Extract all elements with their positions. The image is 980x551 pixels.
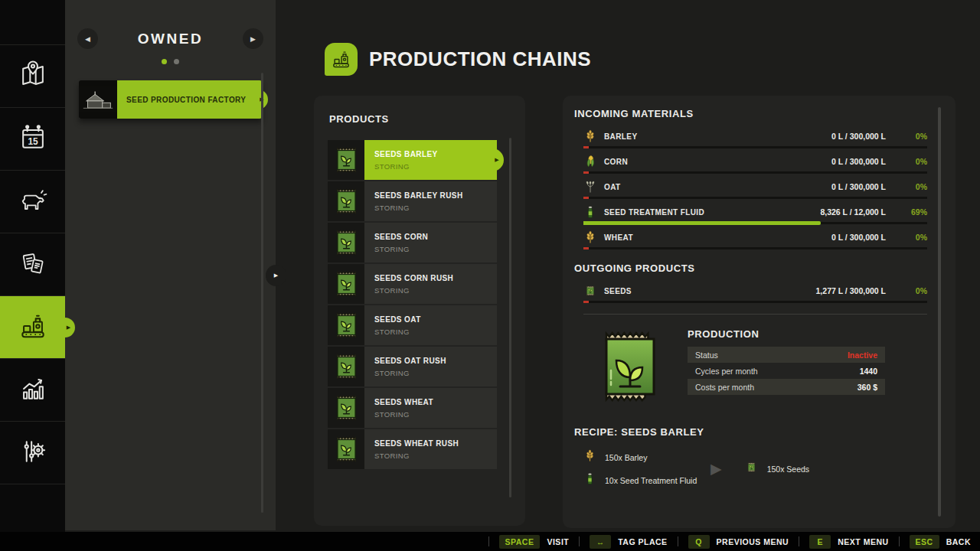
progress-bar xyxy=(583,197,927,199)
production-row-value: Inactive xyxy=(848,350,877,360)
seed-packet-icon xyxy=(328,223,364,262)
product-state: STORING xyxy=(374,245,497,253)
sidebar-item[interactable]: ▶ xyxy=(0,44,65,107)
progress-bar xyxy=(583,222,927,224)
owned-scrollbar[interactable] xyxy=(261,73,263,513)
seed-packet-icon xyxy=(328,347,364,386)
prev-page-button[interactable]: ◀ xyxy=(77,28,98,49)
keybind-label: BACK xyxy=(946,537,971,546)
production-chains-screen: ▶ 15 ▶ ▶ ▶ xyxy=(0,0,980,551)
product-item[interactable]: SEEDS WHEAT STORING ▶ xyxy=(328,388,497,428)
product-list: SEEDS BARLEY STORING ▶ SEEDS BARLEY RUSH… xyxy=(328,140,497,471)
material-row: BARLEY 0 L / 300,000 L 0% xyxy=(574,129,927,148)
keybind-label: VISIT xyxy=(547,537,569,546)
material-name: WHEAT xyxy=(604,233,831,242)
material-row: OAT 0 L / 300,000 L 0% xyxy=(574,179,927,199)
production-row-label: Cycles per month xyxy=(695,367,758,376)
product-item[interactable]: SEEDS CORN RUSH STORING ▶ xyxy=(328,264,497,304)
owned-panel: ◀ OWNED ▶ SEED PRODUCTION FACTORY ▶ xyxy=(65,0,276,530)
keybind[interactable]: ESC BACK xyxy=(889,535,971,549)
material-name: OAT xyxy=(604,183,831,191)
keybind-list: SPACE VISIT ↔ TAG PLACE Q PREVIOUS MENU … xyxy=(479,535,971,549)
factory-photo-icon xyxy=(79,80,117,119)
material-amount: 0 L / 300,000 L xyxy=(831,132,886,141)
sidebar-item[interactable]: ▶ xyxy=(0,170,65,233)
recipe-input: 10x Seed Treatment Fluid xyxy=(583,472,710,488)
material-percent: 69% xyxy=(886,207,927,217)
material-name: BARLEY xyxy=(604,132,831,141)
product-item[interactable]: SEEDS CORN STORING ▶ xyxy=(328,223,497,262)
sidebar-item[interactable]: ▶ xyxy=(0,233,65,295)
production-icon xyxy=(16,309,50,346)
key-badge[interactable]: SPACE xyxy=(499,535,541,549)
material-amount: 0 L / 300,000 L xyxy=(831,182,886,191)
material-amount: 8,326 L / 12,000 L xyxy=(820,207,886,217)
key-badge[interactable]: E xyxy=(809,535,831,549)
page-header: PRODUCTION CHAINS xyxy=(325,43,591,76)
building-item[interactable]: SEED PRODUCTION FACTORY ▶ xyxy=(79,80,262,119)
product-state: STORING xyxy=(374,162,497,171)
recipe-input: 150x Barley xyxy=(583,449,710,465)
product-name: SEEDS CORN RUSH xyxy=(374,274,497,282)
svg-text:15: 15 xyxy=(28,135,38,146)
sidebar-item[interactable]: 15 ▶ xyxy=(0,107,65,170)
progress-bar xyxy=(583,301,927,303)
product-item[interactable]: SEEDS OAT RUSH STORING ▶ xyxy=(328,347,497,386)
production-table-row: Cycles per month 1440 xyxy=(688,363,885,379)
products-scrollbar[interactable] xyxy=(509,138,511,497)
production-section: PRODUCTION Status Inactive Cycles per mo… xyxy=(600,327,927,406)
page-dot xyxy=(174,59,179,64)
production-row-label: Status xyxy=(695,350,718,360)
next-page-button[interactable]: ▶ xyxy=(243,28,263,49)
incoming-materials-section: INCOMING MATERIALS BARLEY 0 L / 300,000 … xyxy=(574,108,927,249)
progress-fill xyxy=(583,221,821,225)
page-indicator xyxy=(65,59,276,64)
recipe-output-text: 150x Seeds xyxy=(767,465,809,474)
product-state: STORING xyxy=(374,328,497,336)
details-scrollbar[interactable] xyxy=(938,107,941,517)
sidebar-item[interactable]: ▶ xyxy=(0,358,65,421)
material-percent: 0% xyxy=(886,286,927,295)
material-row: SEED TREATMENT FLUID 8,326 L / 12,000 L … xyxy=(574,204,927,224)
products-panel: PRODUCTS SEEDS BARLEY STORING ▶ xyxy=(314,96,525,526)
keybind[interactable]: SPACE VISIT xyxy=(479,535,570,549)
fluid-icon xyxy=(583,472,596,488)
product-name: SEEDS WHEAT RUSH xyxy=(374,439,497,448)
product-item[interactable]: SEEDS BARLEY STORING ▶ xyxy=(328,140,497,180)
outgoing-title: OUTGOING PRODUCTS xyxy=(574,262,927,274)
selected-arrow-icon: ▶ xyxy=(490,148,504,171)
sidebar-item[interactable]: ▶ xyxy=(0,421,65,484)
details-panel: INCOMING MATERIALS BARLEY 0 L / 300,000 … xyxy=(563,96,956,528)
production-row-label: Costs per month xyxy=(695,383,754,392)
product-state: STORING xyxy=(374,286,497,295)
material-amount: 1,277 L / 300,000 L xyxy=(816,286,886,295)
material-amount: 0 L / 300,000 L xyxy=(831,233,886,242)
sidebar-item[interactable]: ▶ xyxy=(0,295,65,358)
product-item[interactable]: SEEDS WHEAT RUSH STORING ▶ xyxy=(328,429,497,469)
progress-bar xyxy=(583,247,927,249)
production-row-value: 1440 xyxy=(860,367,877,376)
keybind-label: NEXT MENU xyxy=(838,537,888,546)
building-name: SEED PRODUCTION FACTORY xyxy=(117,80,262,119)
key-badge[interactable]: Q xyxy=(688,535,710,549)
key-badge[interactable]: ↔ xyxy=(590,535,611,549)
production-table-row: Costs per month 360 $ xyxy=(688,379,885,395)
product-name: SEEDS BARLEY RUSH xyxy=(374,191,497,200)
material-percent: 0% xyxy=(886,132,927,141)
keybind-label: PREVIOUS MENU xyxy=(717,537,789,546)
keybind[interactable]: Q PREVIOUS MENU xyxy=(668,535,789,549)
product-name: SEEDS OAT RUSH xyxy=(374,357,497,365)
collapse-panel-button[interactable]: ▶ xyxy=(266,265,286,286)
product-item[interactable]: SEEDS OAT STORING ▶ xyxy=(328,305,497,345)
material-percent: 0% xyxy=(886,157,927,166)
barley-icon xyxy=(583,449,596,465)
keybind[interactable]: ↔ TAG PLACE xyxy=(569,535,667,549)
owned-header: ◀ OWNED ▶ xyxy=(65,0,276,49)
sidebar-nav: ▶ 15 ▶ ▶ ▶ xyxy=(0,44,65,484)
calendar-icon: 15 xyxy=(16,121,50,158)
product-item[interactable]: SEEDS BARLEY RUSH STORING ▶ xyxy=(328,181,497,221)
keybind[interactable]: E NEXT MENU xyxy=(789,535,888,549)
material-name: SEED TREATMENT FLUID xyxy=(604,208,820,217)
key-badge[interactable]: ESC xyxy=(910,535,939,549)
recipe-input-text: 10x Seed Treatment Fluid xyxy=(605,476,697,485)
